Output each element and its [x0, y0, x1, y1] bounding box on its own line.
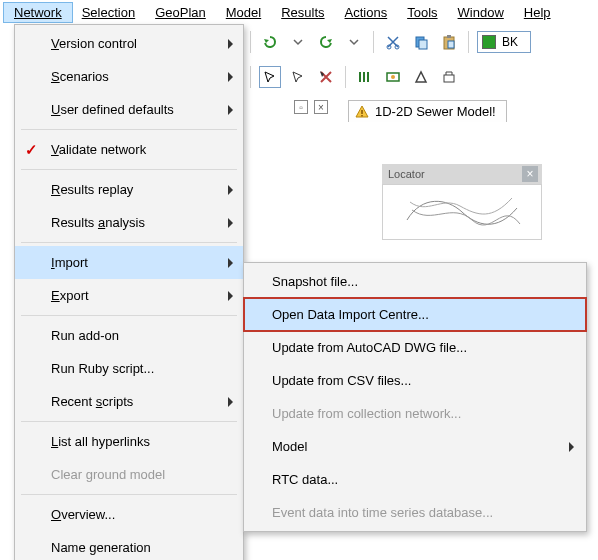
- menu-item-version-control[interactable]: Version control: [15, 27, 243, 60]
- menu-item-label: Clear ground model: [51, 467, 165, 482]
- submenu-arrow-icon: [228, 397, 233, 407]
- submenu-item-label: Model: [272, 439, 307, 454]
- menu-separator: [21, 129, 237, 130]
- menu-model[interactable]: Model: [216, 3, 271, 22]
- submenu-item-label: Snapshot file...: [272, 274, 358, 289]
- menu-item-user-defined-defaults[interactable]: User defined defaults: [15, 93, 243, 126]
- submenu-item-label: Event data into time series database...: [272, 505, 493, 520]
- menu-item-label: Scenarios: [51, 69, 109, 84]
- submenu-item-update-from-collection-network: Update from collection network...: [244, 397, 586, 430]
- locator-title-text: Locator: [388, 168, 425, 180]
- menubar: Network Selection GeoPlan Model Results …: [0, 0, 598, 24]
- svg-rect-5: [447, 35, 451, 38]
- undo-button[interactable]: [259, 31, 281, 53]
- menu-help[interactable]: Help: [514, 3, 561, 22]
- align-tool-icon[interactable]: [354, 66, 376, 88]
- menu-item-list-all-hyperlinks[interactable]: List all hyperlinks: [15, 425, 243, 458]
- menu-item-label: Run Ruby script...: [51, 361, 154, 376]
- submenu-arrow-icon: [228, 72, 233, 82]
- cut-button[interactable]: [382, 31, 404, 53]
- submenu-arrow-icon: [228, 185, 233, 195]
- menu-item-scenarios[interactable]: Scenarios: [15, 60, 243, 93]
- toolbar-sep: [345, 66, 346, 88]
- menu-item-label: Export: [51, 288, 89, 303]
- menu-separator: [21, 242, 237, 243]
- paste-button[interactable]: [438, 31, 460, 53]
- document-tabbar: 1D-2D Sewer Model!: [348, 100, 507, 122]
- panel-controls: ▫ ×: [248, 96, 328, 118]
- submenu-arrow-icon: [228, 291, 233, 301]
- menu-separator: [21, 169, 237, 170]
- snap-tool-icon[interactable]: [382, 66, 404, 88]
- copy-button[interactable]: [410, 31, 432, 53]
- submenu-arrow-icon: [228, 39, 233, 49]
- menu-item-overview[interactable]: Overview...: [15, 498, 243, 531]
- menu-window[interactable]: Window: [448, 3, 514, 22]
- menu-item-label: User defined defaults: [51, 102, 174, 117]
- menu-item-run-ruby-script[interactable]: Run Ruby script...: [15, 352, 243, 385]
- toolbar-sep: [250, 31, 251, 53]
- locator-titlebar[interactable]: Locator ×: [382, 164, 542, 184]
- submenu-item-open-data-import-centre[interactable]: Open Data Import Centre...: [244, 298, 586, 331]
- submenu-item-model[interactable]: Model: [244, 430, 586, 463]
- menu-item-results-replay[interactable]: Results replay: [15, 173, 243, 206]
- menu-results[interactable]: Results: [271, 3, 334, 22]
- submenu-item-label: Update from collection network...: [272, 406, 461, 421]
- submenu-item-event-data-into-time-series-database: Event data into time series database...: [244, 496, 586, 529]
- menu-separator: [21, 315, 237, 316]
- menu-item-results-analysis[interactable]: Results analysis: [15, 206, 243, 239]
- check-icon: ✓: [25, 141, 38, 159]
- menu-item-import[interactable]: Import: [15, 246, 243, 279]
- menu-item-label: Version control: [51, 36, 137, 51]
- svg-rect-6: [448, 41, 454, 48]
- menu-actions[interactable]: Actions: [335, 3, 398, 22]
- select-tool[interactable]: [287, 66, 309, 88]
- menu-separator: [21, 494, 237, 495]
- menu-item-label: Name generation: [51, 540, 151, 555]
- submenu-arrow-icon: [228, 218, 233, 228]
- shape-tool-icon[interactable]: [438, 66, 460, 88]
- menu-item-label: Import: [51, 255, 88, 270]
- panel-close-button[interactable]: ×: [314, 100, 328, 114]
- svg-rect-11: [361, 115, 362, 116]
- menu-geoplan[interactable]: GeoPlan: [145, 3, 216, 22]
- svg-rect-10: [361, 110, 362, 114]
- toolbar-sep: [468, 31, 469, 53]
- submenu-item-update-from-csv-files[interactable]: Update from CSV files...: [244, 364, 586, 397]
- menu-item-run-add-on[interactable]: Run add-on: [15, 319, 243, 352]
- menu-selection[interactable]: Selection: [72, 3, 145, 22]
- layer-selector[interactable]: BK: [477, 31, 531, 53]
- submenu-item-label: Open Data Import Centre...: [272, 307, 429, 322]
- redo-dropdown-icon[interactable]: [343, 31, 365, 53]
- menu-network[interactable]: Network: [4, 3, 72, 22]
- menu-separator: [21, 421, 237, 422]
- tab-sewer-model[interactable]: 1D-2D Sewer Model!: [348, 100, 507, 122]
- submenu-item-update-from-autocad-dwg-file[interactable]: Update from AutoCAD DWG file...: [244, 331, 586, 364]
- menu-tools[interactable]: Tools: [397, 3, 447, 22]
- triangle-tool-icon[interactable]: [410, 66, 432, 88]
- locator-close-button[interactable]: ×: [522, 166, 538, 182]
- toolbar-sep: [373, 31, 374, 53]
- menu-item-name-generation[interactable]: Name generation: [15, 531, 243, 560]
- pointer-tool[interactable]: [259, 66, 281, 88]
- cross-select-tool[interactable]: [315, 66, 337, 88]
- menu-item-label: Validate network: [51, 142, 146, 157]
- submenu-item-label: Update from CSV files...: [272, 373, 411, 388]
- layer-color-swatch: [482, 35, 496, 49]
- svg-rect-3: [419, 40, 427, 49]
- undo-dropdown-icon[interactable]: [287, 31, 309, 53]
- redo-button[interactable]: [315, 31, 337, 53]
- menu-item-recent-scripts[interactable]: Recent scripts: [15, 385, 243, 418]
- menu-item-export[interactable]: Export: [15, 279, 243, 312]
- submenu-item-snapshot-file[interactable]: Snapshot file...: [244, 265, 586, 298]
- menu-item-label: List all hyperlinks: [51, 434, 150, 449]
- panel-float-button[interactable]: ▫: [294, 100, 308, 114]
- menu-item-label: Results replay: [51, 182, 133, 197]
- submenu-item-label: Update from AutoCAD DWG file...: [272, 340, 467, 355]
- submenu-item-rtc-data[interactable]: RTC data...: [244, 463, 586, 496]
- submenu-item-label: RTC data...: [272, 472, 338, 487]
- menu-item-validate-network[interactable]: ✓Validate network: [15, 133, 243, 166]
- network-menu-dropdown: Version controlScenariosUser defined def…: [14, 24, 244, 560]
- warning-icon: [355, 105, 369, 119]
- menu-item-label: Run add-on: [51, 328, 119, 343]
